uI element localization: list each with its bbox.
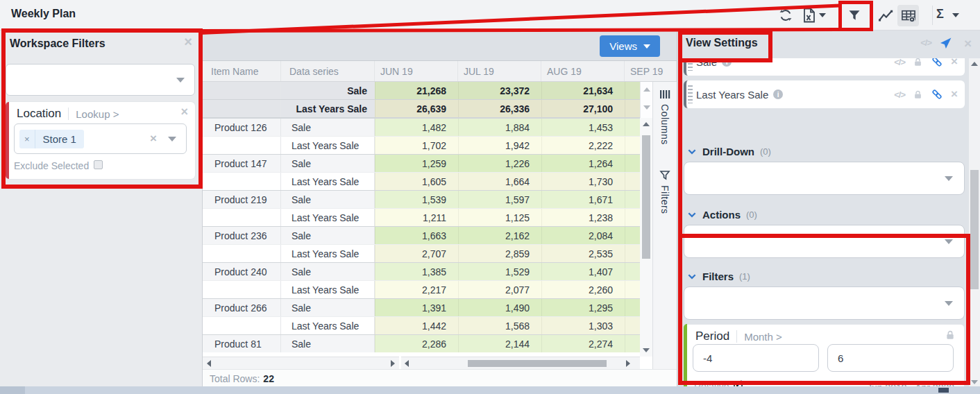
value-cell[interactable]: 1,539 xyxy=(375,191,458,208)
value-cell[interactable]: 2,217 xyxy=(375,281,458,298)
value-cell[interactable]: 1,125 xyxy=(458,209,541,226)
value-cell[interactable]: 1,671 xyxy=(541,191,625,208)
lock-icon[interactable] xyxy=(913,89,923,100)
chevron-down-icon[interactable] xyxy=(687,211,697,219)
value-cell[interactable]: 1,303 xyxy=(541,317,625,334)
data-series-cell[interactable]: Last Years Sale xyxy=(281,173,375,190)
item-name-cell[interactable]: Product 240 xyxy=(203,263,281,280)
chevron-down-icon[interactable] xyxy=(687,273,697,281)
value-cell[interactable]: 1,482 xyxy=(375,119,458,136)
period-granularity-link[interactable]: Month > xyxy=(744,331,782,343)
remove-icon[interactable]: × xyxy=(951,58,958,68)
item-name-cell[interactable]: Product 81 xyxy=(203,335,281,352)
data-series-cell[interactable]: Sale xyxy=(281,299,375,316)
drag-handle-icon[interactable] xyxy=(688,58,693,71)
value-cell[interactable]: 1,211 xyxy=(375,209,458,226)
scrollbar-thumb[interactable] xyxy=(970,170,979,289)
views-button[interactable]: Views xyxy=(600,35,660,57)
column-header[interactable]: Data series xyxy=(281,61,375,81)
tab-columns[interactable]: Columns xyxy=(659,104,670,145)
filter-icon[interactable] xyxy=(846,7,863,24)
workspace-filters-close-icon[interactable]: × xyxy=(184,35,192,49)
value-cell[interactable]: 1,295 xyxy=(541,299,625,316)
scroll-up-icon[interactable] xyxy=(643,122,650,126)
table-row[interactable]: Last Years Sale2,2172,0772,260 xyxy=(203,280,677,298)
value-cell[interactable]: 1,568 xyxy=(458,317,541,334)
item-name-cell[interactable]: Product 219 xyxy=(203,191,281,208)
data-series-cell[interactable]: Sale xyxy=(281,155,375,172)
value-cell[interactable]: 1,407 xyxy=(541,263,625,280)
value-cell[interactable]: 1,529 xyxy=(458,263,541,280)
column-header[interactable]: SEP 19 xyxy=(625,61,677,81)
value-cell[interactable]: 1,605 xyxy=(375,173,458,190)
value-cell[interactable]: 2,222 xyxy=(541,137,625,154)
column-header[interactable]: AUG 19 xyxy=(541,61,625,81)
value-cell[interactable]: 2,084 xyxy=(541,227,625,244)
frozen-columns-scrollbar[interactable] xyxy=(203,357,399,369)
sigma-caret[interactable] xyxy=(952,13,959,17)
scroll-up-icon[interactable] xyxy=(971,62,978,66)
value-cell[interactable]: 2,144 xyxy=(458,335,541,352)
data-series-cell[interactable]: Last Years Sale xyxy=(281,137,375,154)
table-row[interactable]: Last Years Sale1,7021,9422,222 xyxy=(203,136,677,154)
value-cell[interactable]: 1,385 xyxy=(375,263,458,280)
table-row[interactable]: Last Years Sale2,7072,8592,535 xyxy=(203,244,677,262)
excel-export-icon[interactable] xyxy=(801,7,818,24)
remove-icon[interactable]: × xyxy=(951,88,958,101)
data-series-cell[interactable]: Last Years Sale xyxy=(281,245,375,262)
vertical-scrollbar[interactable] xyxy=(640,118,652,357)
table-row[interactable]: Product 219Sale1,5391,5971,671 xyxy=(203,190,677,208)
table-row[interactable]: Product 147Sale1,2591,2261,264 xyxy=(203,154,677,172)
exclude-selected-checkbox[interactable] xyxy=(94,160,103,169)
scrollbar-thumb[interactable] xyxy=(642,135,650,259)
value-cell[interactable]: 2,260 xyxy=(541,281,625,298)
scroll-up-icon[interactable] xyxy=(643,87,650,92)
data-series-cell[interactable]: Sale xyxy=(281,263,375,280)
chevron-down-icon[interactable] xyxy=(168,137,176,142)
section-dropdown[interactable] xyxy=(684,286,965,320)
scroll-left-icon[interactable] xyxy=(207,360,211,367)
data-series-cell[interactable]: Last Years Sale xyxy=(281,317,375,334)
value-cell[interactable]: 1,884 xyxy=(458,119,541,136)
value-cell[interactable]: 2,077 xyxy=(458,281,541,298)
workspace-filter-add-dropdown[interactable] xyxy=(6,64,195,96)
scroll-left-icon[interactable] xyxy=(405,360,409,367)
data-series-cell[interactable]: Sale xyxy=(281,119,375,136)
section-dropdown[interactable] xyxy=(684,162,965,195)
value-cell[interactable]: 1,453 xyxy=(541,119,625,136)
link-icon[interactable] xyxy=(931,58,943,68)
line-chart-icon[interactable] xyxy=(877,7,894,24)
item-name-cell[interactable]: Product 126 xyxy=(203,119,281,136)
link-icon[interactable] xyxy=(931,88,943,101)
value-cell[interactable]: 1,942 xyxy=(458,137,541,154)
table-row[interactable]: Product 236Sale1,6632,1622,084 xyxy=(203,226,677,244)
column-header[interactable]: JUN 19 xyxy=(375,61,458,81)
table-row[interactable]: Last Years Sale1,2111,1251,238 xyxy=(203,208,677,226)
value-cell[interactable]: 2,535 xyxy=(541,245,625,262)
code-icon[interactable]: </> xyxy=(920,37,931,48)
code-icon[interactable]: </> xyxy=(894,89,905,100)
table-row[interactable]: Last Years Sale1,6051,6641,730 xyxy=(203,172,677,190)
data-series-cell[interactable]: Sale xyxy=(281,335,375,352)
item-name-cell[interactable]: Product 266 xyxy=(203,299,281,316)
columns-icon[interactable] xyxy=(659,89,670,100)
scroll-right-icon[interactable] xyxy=(391,360,395,367)
value-cell[interactable]: 1,259 xyxy=(375,155,458,172)
value-cell[interactable]: 1,597 xyxy=(458,191,541,208)
table-row[interactable]: Product 81Sale2,2862,1442,274 xyxy=(203,334,677,352)
value-cell[interactable]: 1,442 xyxy=(375,317,458,334)
rocket-icon[interactable] xyxy=(939,37,952,50)
value-cell[interactable]: 2,707 xyxy=(375,245,458,262)
item-name-cell[interactable] xyxy=(203,137,281,154)
location-multiselect[interactable]: × Store 1 × xyxy=(14,123,187,154)
panel-scrollbar[interactable] xyxy=(969,58,980,387)
value-cell[interactable]: 1,702 xyxy=(375,137,458,154)
data-series-cell[interactable]: Last Years Sale xyxy=(281,281,375,298)
lock-icon[interactable] xyxy=(913,58,923,67)
scrollbar-thumb[interactable] xyxy=(468,360,607,367)
drag-handle-icon[interactable] xyxy=(688,85,693,103)
refresh-icon[interactable] xyxy=(777,7,794,24)
value-cell[interactable]: 2,286 xyxy=(375,335,458,352)
item-name-cell[interactable]: Product 236 xyxy=(203,227,281,244)
item-name-cell[interactable] xyxy=(203,173,281,190)
